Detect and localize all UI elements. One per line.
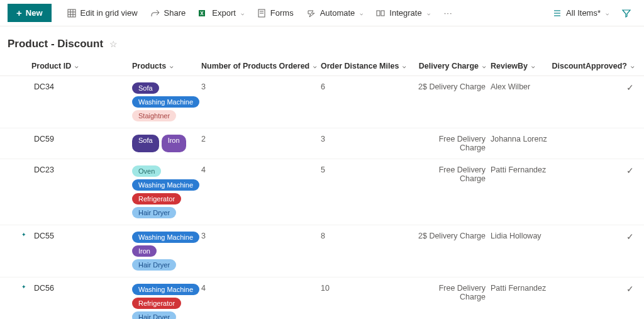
page-header: Product - Discount ☆ — [0, 26, 644, 57]
table-row[interactable]: DC59SofaIron23Free Delivery ChargeJohann… — [0, 128, 644, 159]
edit-grid-button[interactable]: Edit in grid view — [62, 4, 143, 22]
more-button[interactable]: ··· — [438, 4, 459, 21]
all-items-view-button[interactable]: All Items* ⌵ — [547, 4, 614, 22]
cell-review-by: Johanna Lorenz — [491, 135, 560, 152]
page-title: Product - Discount — [8, 38, 103, 50]
chevron-down-icon: ⌵ — [313, 63, 316, 69]
cell-discount-approved: ✓ — [560, 284, 641, 319]
cell-distance: 3 — [321, 135, 415, 152]
product-pill: Washing Machine — [132, 96, 199, 108]
chevron-down-icon: ⌵ — [482, 63, 486, 69]
cell-num-ordered: 3 — [201, 82, 321, 121]
cell-products: Washing MachineIronHair Dryer — [132, 232, 201, 271]
svg-rect-10 — [381, 11, 384, 16]
chevron-down-icon: ⌵ — [606, 10, 609, 16]
cell-products: OvenWashing MachineRefrigeratorHair Drye… — [132, 165, 201, 218]
chevron-down-icon: ⌵ — [75, 63, 78, 69]
cell-distance: 6 — [321, 82, 415, 121]
integrate-icon — [375, 8, 386, 18]
excel-icon — [198, 8, 208, 18]
edit-grid-label: Edit in grid view — [80, 8, 138, 18]
table-header: Product ID⌵ Products⌵ Number of Products… — [0, 57, 644, 76]
cell-discount-approved: ✓ — [560, 232, 641, 271]
cell-product-id[interactable]: DC55 — [31, 232, 132, 271]
share-icon — [150, 8, 160, 18]
filter-button[interactable] — [616, 4, 636, 22]
table-row[interactable]: ✦DC56Washing MachineRefrigeratorHair Dry… — [0, 277, 644, 319]
cell-products: SofaIron — [132, 135, 201, 152]
svg-rect-9 — [377, 11, 380, 16]
integrate-button[interactable]: Integrate ⌵ — [370, 4, 435, 22]
cell-discount-approved: ✓ — [560, 165, 641, 218]
cell-delivery-charge: Free Delivery Charge — [415, 165, 491, 218]
checkmark-icon: ✓ — [626, 232, 634, 242]
chevron-down-icon: ⌵ — [360, 10, 363, 16]
column-review-by[interactable]: ReviewBy⌵ — [491, 62, 560, 70]
cell-delivery-charge: 2$ Delivery Charge — [415, 232, 491, 271]
cell-review-by: Lidia Holloway — [491, 232, 560, 271]
cell-product-id[interactable]: DC59 — [31, 135, 132, 152]
cell-products: SofaWashing MachineStaightner — [132, 82, 201, 121]
grid-icon — [67, 8, 77, 18]
cell-num-ordered: 2 — [201, 135, 321, 152]
cell-discount-approved — [560, 135, 641, 152]
new-button-label: New — [26, 8, 43, 18]
filter-icon — [621, 8, 631, 18]
column-delivery-charge[interactable]: Delivery Charge⌵ — [415, 62, 491, 70]
list-icon — [552, 8, 562, 18]
integrate-label: Integrate — [389, 8, 421, 18]
share-button[interactable]: Share — [145, 4, 191, 22]
cell-distance: 10 — [321, 284, 415, 319]
chevron-down-icon: ⌵ — [402, 63, 406, 69]
product-pill: Sofa — [132, 135, 159, 152]
cell-product-id[interactable]: DC56 — [31, 284, 132, 319]
svg-rect-0 — [68, 9, 75, 17]
plus-icon: + — [16, 8, 22, 18]
product-pill: Washing Machine — [132, 232, 199, 243]
column-distance[interactable]: Order Distance Miles⌵ — [321, 62, 415, 70]
product-pill: Washing Machine — [132, 284, 199, 295]
product-pill: Washing Machine — [132, 179, 199, 191]
new-button[interactable]: + New — [8, 4, 52, 22]
table-row[interactable]: ✦DC55Washing MachineIronHair Dryer382$ D… — [0, 225, 644, 277]
cell-delivery-charge: 2$ Delivery Charge — [415, 82, 491, 121]
forms-icon — [257, 8, 267, 18]
column-discount-approved[interactable]: DiscountApproved?⌵ — [560, 62, 641, 70]
new-indicator-icon: ✦ — [21, 232, 26, 238]
export-button[interactable]: Export ⌵ — [193, 4, 249, 22]
product-pill: Sofa — [132, 82, 159, 94]
column-num-ordered[interactable]: Number of Products Ordered⌵ — [201, 62, 321, 70]
column-products[interactable]: Products⌵ — [132, 62, 201, 70]
table-row[interactable]: DC23OvenWashing MachineRefrigeratorHair … — [0, 159, 644, 225]
automate-button[interactable]: Automate ⌵ — [301, 4, 369, 22]
cell-num-ordered: 4 — [201, 284, 321, 319]
all-items-label: All Items* — [566, 8, 601, 18]
product-pill: Iron — [162, 135, 186, 152]
cell-review-by: Patti Fernandez — [491, 284, 560, 319]
cell-products: Washing MachineRefrigeratorHair Dryer — [132, 284, 201, 319]
export-label: Export — [212, 8, 236, 18]
cell-product-id[interactable]: DC34 — [31, 82, 132, 121]
cell-num-ordered: 3 — [201, 232, 321, 271]
share-label: Share — [164, 8, 186, 18]
chevron-down-icon: ⌵ — [631, 63, 634, 69]
cell-product-id[interactable]: DC23 — [31, 165, 132, 218]
cell-num-ordered: 4 — [201, 165, 321, 218]
forms-button[interactable]: Forms — [252, 4, 299, 22]
favorite-star-icon[interactable]: ☆ — [109, 39, 118, 49]
automate-label: Automate — [320, 8, 355, 18]
list-table: Product ID⌵ Products⌵ Number of Products… — [0, 57, 644, 319]
product-pill: Hair Dryer — [132, 311, 176, 319]
column-product-id[interactable]: Product ID⌵ — [31, 62, 132, 70]
checkmark-icon: ✓ — [626, 284, 634, 294]
table-row[interactable]: DC34SofaWashing MachineStaightner362$ De… — [0, 76, 644, 128]
chevron-down-icon: ⌵ — [531, 63, 535, 69]
cell-review-by: Alex Wilber — [491, 82, 560, 121]
product-pill: Staightner — [132, 110, 176, 121]
chevron-down-icon: ⌵ — [241, 10, 244, 16]
product-pill: Hair Dryer — [132, 207, 176, 218]
product-pill: Oven — [132, 165, 161, 177]
checkmark-icon: ✓ — [626, 165, 634, 176]
checkmark-icon: ✓ — [626, 82, 634, 92]
cell-distance: 8 — [321, 232, 415, 271]
